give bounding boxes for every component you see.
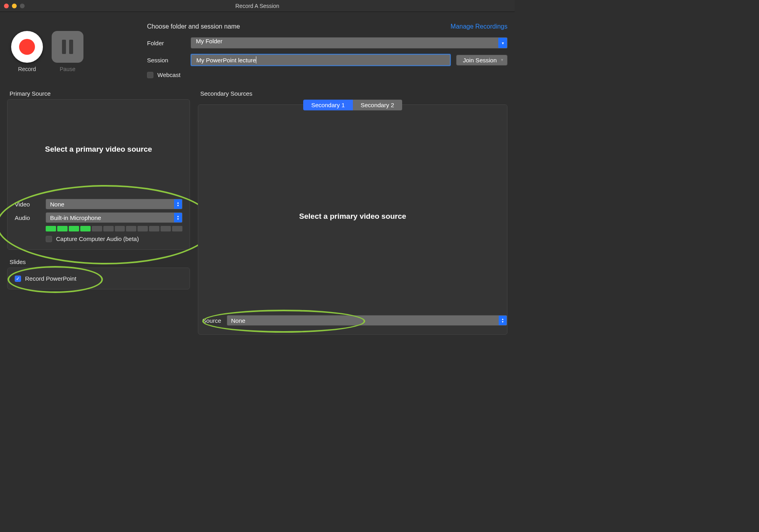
secondary-tabs: Secondary 1 Secondary 2 xyxy=(198,100,507,110)
video-dropdown[interactable]: None ▲▼ xyxy=(46,199,182,209)
pause-button[interactable] xyxy=(52,31,83,63)
capture-computer-audio-label: Capture Computer Audio (beta) xyxy=(56,235,139,242)
form-header: Choose folder and session name xyxy=(147,23,240,30)
chevron-updown-icon: ▲▼ xyxy=(174,199,182,209)
secondary-source-panel: Select a primary video source Source Non… xyxy=(198,104,507,335)
join-session-button[interactable]: Join Session ▼ xyxy=(456,55,507,66)
chevron-updown-icon: ▲▼ xyxy=(499,316,507,325)
pause-label: Pause xyxy=(60,66,76,72)
primary-source-header: Primary Source xyxy=(7,90,190,97)
chevron-updown-icon: ▲▼ xyxy=(174,213,182,222)
source-label: Source xyxy=(202,317,221,324)
zoom-window-button[interactable] xyxy=(20,4,25,8)
pause-icon xyxy=(69,40,73,54)
record-powerpoint-checkbox[interactable]: ✓ xyxy=(15,276,21,282)
level-segment xyxy=(69,226,79,231)
session-label: Session xyxy=(147,57,191,64)
audio-dropdown[interactable]: Built-in Microphone ▲▼ xyxy=(46,212,182,223)
titlebar: Record A Session xyxy=(0,0,515,12)
level-segment xyxy=(172,226,182,231)
close-window-button[interactable] xyxy=(4,4,9,8)
session-value: My PowerPoint lecture xyxy=(196,57,256,64)
webcast-checkbox[interactable] xyxy=(147,72,153,78)
level-segment xyxy=(57,226,68,231)
level-segment xyxy=(115,226,125,231)
level-segment xyxy=(46,226,56,231)
level-segment xyxy=(92,226,102,231)
manage-recordings-link[interactable]: Manage Recordings xyxy=(451,23,507,30)
capture-computer-audio-checkbox[interactable] xyxy=(46,236,52,242)
minimize-window-button[interactable] xyxy=(12,4,17,8)
folder-value: My Folder xyxy=(196,38,223,44)
record-button[interactable] xyxy=(11,31,43,63)
level-segment xyxy=(137,226,148,231)
tab-secondary-2[interactable]: Secondary 2 xyxy=(353,100,402,110)
folder-label: Folder xyxy=(147,40,191,46)
chevron-down-icon: ▼ xyxy=(500,58,504,62)
level-segment xyxy=(126,226,136,231)
pause-icon xyxy=(62,40,66,54)
secondary-placeholder: Select a primary video source xyxy=(198,98,507,334)
level-segment xyxy=(103,226,114,231)
webcast-label: Webcast xyxy=(157,71,180,78)
recording-controls: Record Pause xyxy=(7,19,87,72)
record-icon xyxy=(19,39,35,55)
slides-header: Slides xyxy=(7,258,190,265)
record-label: Record xyxy=(18,66,36,72)
video-label: Video xyxy=(15,201,42,208)
chevron-down-icon: ▾ xyxy=(498,38,507,48)
secondary-sources-header: Secondary Sources xyxy=(198,90,507,97)
primary-source-panel: Select a primary video source Video None… xyxy=(7,99,190,250)
text-cursor xyxy=(256,56,256,64)
slides-panel: ✓ Record PowerPoint xyxy=(7,268,190,289)
level-segment xyxy=(80,226,91,231)
window-title: Record A Session xyxy=(4,3,511,9)
session-input[interactable]: My PowerPoint lecture xyxy=(191,54,451,66)
primary-placeholder: Select a primary video source xyxy=(15,100,182,199)
level-segment xyxy=(161,226,171,231)
window-controls xyxy=(4,4,25,8)
folder-dropdown[interactable]: My Folder ▾ xyxy=(191,37,507,48)
level-segment xyxy=(149,226,159,231)
record-powerpoint-label: Record PowerPoint xyxy=(25,275,76,282)
audio-label: Audio xyxy=(15,214,42,221)
source-dropdown[interactable]: None ▲▼ xyxy=(227,315,507,326)
tab-secondary-1[interactable]: Secondary 1 xyxy=(303,100,352,110)
audio-level-meter xyxy=(46,226,182,231)
